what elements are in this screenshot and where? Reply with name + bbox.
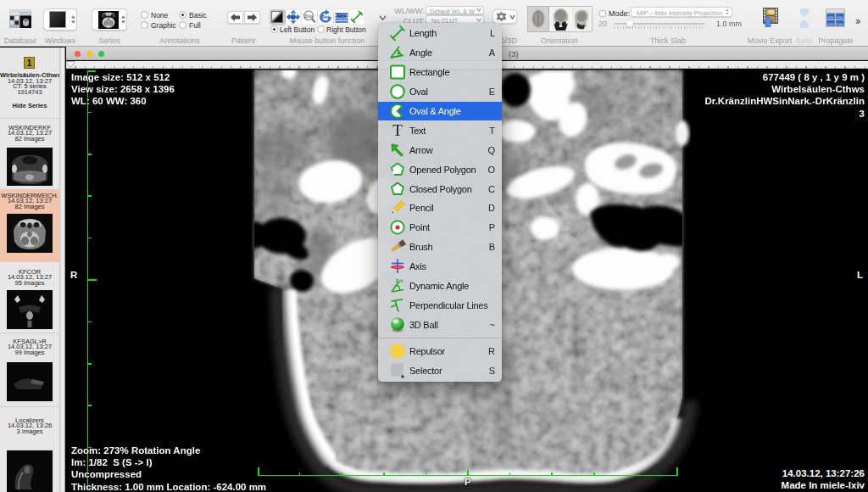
- svg-text:Rot: Rot: [321, 14, 329, 20]
- svg-text:Mov: Mov: [289, 14, 299, 20]
- svg-text:Zoo: Zoo: [304, 14, 314, 19]
- svg-text:Nex: Nex: [337, 13, 347, 19]
- svg-text:Dyn: Dyn: [396, 279, 403, 283]
